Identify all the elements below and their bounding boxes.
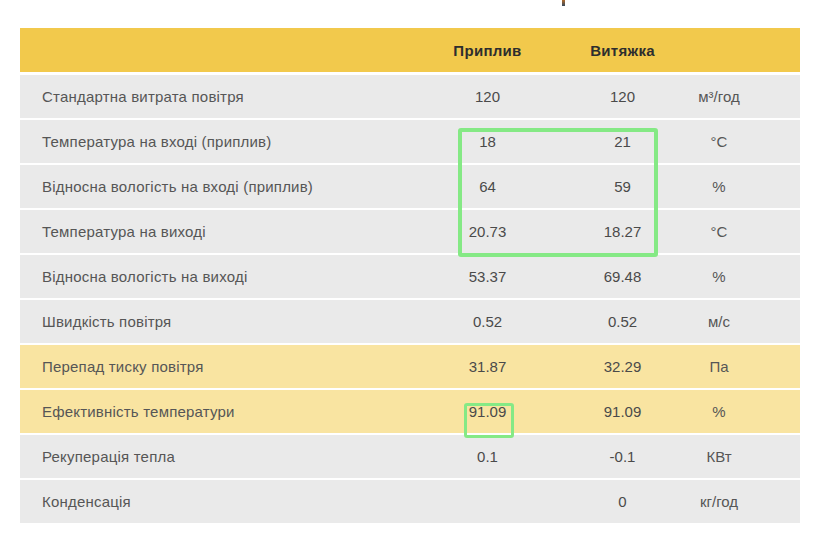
table-row-pressure-drop: Перепад тиску повітря 31.87 32.29 Па [20, 345, 800, 388]
table-row-condensation: Конденсація 0 кг/год [20, 480, 800, 523]
supply-value: 31.87 [420, 358, 555, 375]
results-page: Приплив Витяжка Стандартна витрата повіт… [0, 0, 835, 559]
exhaust-value: 59 [555, 178, 690, 195]
unit-label: % [690, 403, 800, 420]
supply-value: 0.1 [420, 448, 555, 465]
column-header-exhaust: Витяжка [555, 42, 690, 59]
unit-label: °C [690, 223, 800, 240]
unit-label: КВт [690, 448, 800, 465]
exhaust-value: 69.48 [555, 268, 690, 285]
unit-label: Па [690, 358, 800, 375]
exhaust-value: 18.27 [555, 223, 690, 240]
table-row-inlet-humidity: Відносна вологість на вході (приплив) 64… [20, 165, 800, 208]
row-label: Ефективність температури [20, 403, 420, 420]
exhaust-value: -0.1 [555, 448, 690, 465]
unit-label: м/с [690, 313, 800, 330]
supply-value: 18 [420, 133, 555, 150]
supply-value: 53.37 [420, 268, 555, 285]
row-label: Відносна вологість на вході (приплив) [20, 178, 420, 195]
exhaust-value: 32.29 [555, 358, 690, 375]
exhaust-value: 0.52 [555, 313, 690, 330]
unit-label: % [690, 178, 800, 195]
table-header-row: Приплив Витяжка [20, 28, 800, 72]
row-label: Перепад тиску повітря [20, 358, 420, 375]
table-row-outlet-humidity: Відносна вологість на виході 53.37 69.48… [20, 255, 800, 298]
table-row-heat-recovery: Рекуперація тепла 0.1 -0.1 КВт [20, 435, 800, 478]
table-row-air-speed: Швидкість повітря 0.52 0.52 м/с [20, 300, 800, 343]
row-label: Конденсація [20, 493, 420, 510]
supply-value: 91.09 [420, 403, 555, 420]
row-label: Швидкість повітря [20, 313, 420, 330]
supply-value: 64 [420, 178, 555, 195]
ventilation-results-table: Приплив Витяжка Стандартна витрата повіт… [20, 28, 800, 525]
exhaust-value: 91.09 [555, 403, 690, 420]
supply-value: 20.73 [420, 223, 555, 240]
row-label: Стандартна витрата повітря [20, 88, 420, 105]
exhaust-value: 0 [555, 493, 690, 510]
exhaust-value: 21 [555, 133, 690, 150]
unit-label: м³/год [690, 88, 800, 105]
exhaust-value: 120 [555, 88, 690, 105]
table-row-inlet-temperature: Температура на вході (приплив) 18 21 °C [20, 120, 800, 163]
unit-label: °C [690, 133, 800, 150]
table-row-temperature-efficiency: Ефективність температури 91.09 91.09 % [20, 390, 800, 433]
row-label: Температура на виході [20, 223, 420, 240]
unit-label: кг/год [690, 493, 800, 510]
column-header-supply: Приплив [420, 42, 555, 59]
row-label: Відносна вологість на виході [20, 268, 420, 285]
unit-label: % [690, 268, 800, 285]
table-row-outlet-temperature: Температура на виході 20.73 18.27 °C [20, 210, 800, 253]
clipped-title-fragment [562, 0, 565, 6]
table-row-standard-airflow: Стандартна витрата повітря 120 120 м³/го… [20, 75, 800, 118]
row-label: Температура на вході (приплив) [20, 133, 420, 150]
row-label: Рекуперація тепла [20, 448, 420, 465]
supply-value: 120 [420, 88, 555, 105]
supply-value: 0.52 [420, 313, 555, 330]
